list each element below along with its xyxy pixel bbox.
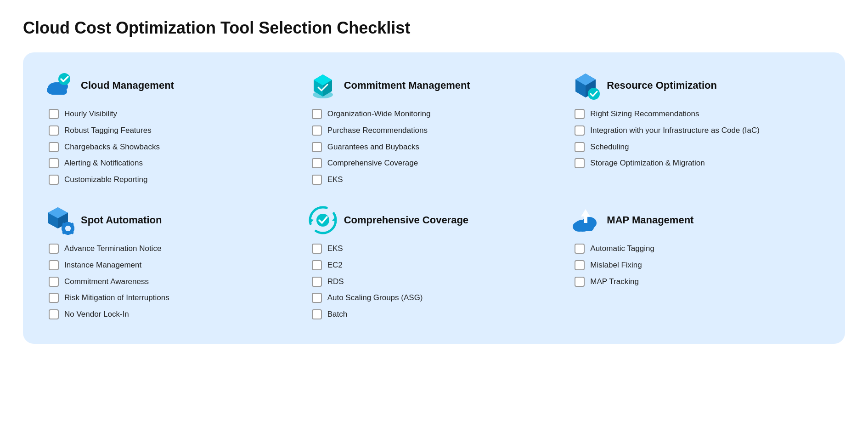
checklist-items-cloud-management: Hourly Visibility Robust Tagging Feature… [45, 108, 297, 185]
svg-point-29 [65, 226, 71, 231]
checkbox[interactable] [49, 125, 59, 136]
checkbox[interactable] [575, 109, 585, 119]
list-item: Storage Optimization & Migration [575, 158, 823, 169]
list-item: Commitment Awareness [49, 276, 297, 287]
map-management-icon [571, 205, 600, 235]
svg-rect-21 [67, 222, 69, 224]
checklist-items-map-management: Automatic Tagging Mislabel Fixing MAP Tr… [571, 243, 823, 287]
list-item: MAP Tracking [575, 276, 823, 287]
checkbox[interactable] [575, 142, 585, 152]
section-header-cloud-management: Cloud Management [45, 71, 297, 100]
list-item: EKS [312, 174, 560, 185]
list-item: Robust Tagging Features [49, 125, 297, 136]
checkbox[interactable] [312, 309, 322, 319]
svg-point-14 [588, 88, 600, 100]
section-spot-automation: Spot Automation Advance Termination Noti… [45, 205, 297, 325]
list-item: Right Sizing Recommendations [575, 108, 823, 120]
list-item: Organization-Wide Monitoring [312, 108, 560, 120]
section-header-resource-optimization: Resource Optimization [571, 71, 823, 100]
svg-rect-37 [575, 224, 594, 231]
checkbox[interactable] [312, 175, 322, 185]
list-item: Integration with your Infrastructure as … [575, 125, 823, 136]
list-item: Risk Mitigation of Interruptions [49, 292, 297, 303]
comprehensive-coverage-icon [308, 205, 338, 235]
checkbox[interactable] [49, 293, 59, 303]
commitment-management-icon [308, 71, 338, 100]
svg-point-33 [316, 214, 329, 227]
section-map-management: MAP Management Automatic Tagging Mislabe… [571, 205, 823, 325]
section-header-commitment-management: Commitment Management [308, 71, 560, 100]
checkbox[interactable] [312, 277, 322, 287]
checklist-container: Cloud Management Hourly Visibility Robus… [23, 52, 845, 344]
resource-optimization-icon [571, 71, 600, 100]
list-item: Auto Scaling Groups (ASG) [312, 292, 560, 303]
list-item: Purchase Recommendations [312, 125, 560, 136]
svg-rect-22 [67, 233, 69, 235]
section-comprehensive-coverage: Comprehensive Coverage EKS EC2 RDS Auto … [308, 205, 560, 325]
svg-rect-24 [72, 227, 74, 230]
list-item: Automatic Tagging [575, 243, 823, 254]
checkbox[interactable] [49, 260, 59, 270]
list-item: Hourly Visibility [49, 108, 297, 120]
list-item: RDS [312, 276, 560, 287]
section-title-spot-automation: Spot Automation [81, 214, 162, 226]
checkbox[interactable] [312, 244, 322, 254]
list-item: Scheduling [575, 142, 823, 153]
list-item: Advance Termination Notice [49, 243, 297, 254]
page-title: Cloud Cost Optimization Tool Selection C… [23, 18, 845, 38]
checkbox[interactable] [49, 244, 59, 254]
checkbox[interactable] [575, 125, 585, 136]
checkbox[interactable] [312, 109, 322, 119]
section-header-comprehensive-coverage: Comprehensive Coverage [308, 205, 560, 235]
section-commitment-management: Commitment Management Organization-Wide … [308, 71, 560, 191]
list-item: EC2 [312, 260, 560, 271]
checkbox[interactable] [49, 175, 59, 185]
section-title-map-management: MAP Management [607, 214, 693, 226]
checklist-items-resource-optimization: Right Sizing Recommendations Integration… [571, 108, 823, 169]
list-item: Guarantees and Buybacks [312, 142, 560, 153]
list-item: Comprehensive Coverage [312, 158, 560, 169]
list-item: Instance Management [49, 260, 297, 271]
checkbox[interactable] [49, 158, 59, 168]
checkbox[interactable] [312, 293, 322, 303]
spot-automation-icon [45, 205, 74, 235]
checkbox[interactable] [575, 260, 585, 270]
svg-point-4 [58, 73, 70, 85]
svg-rect-3 [50, 88, 67, 95]
list-item: Batch [312, 309, 560, 320]
section-resource-optimization: Resource Optimization Right Sizing Recom… [571, 71, 823, 191]
checkbox[interactable] [312, 125, 322, 136]
list-item: Customizable Reporting [49, 174, 297, 185]
section-title-commitment-management: Commitment Management [344, 80, 470, 91]
checkbox[interactable] [575, 244, 585, 254]
checkbox[interactable] [312, 142, 322, 152]
list-item: No Vendor Lock-In [49, 309, 297, 320]
section-title-comprehensive-coverage: Comprehensive Coverage [344, 214, 468, 226]
checklist-items-spot-automation: Advance Termination Notice Instance Mana… [45, 243, 297, 320]
section-header-map-management: MAP Management [571, 205, 823, 235]
list-item: Chargebacks & Showbacks [49, 142, 297, 153]
checkbox[interactable] [49, 309, 59, 319]
svg-rect-23 [62, 227, 64, 230]
section-header-spot-automation: Spot Automation [45, 205, 297, 235]
checkbox[interactable] [312, 260, 322, 270]
list-item: EKS [312, 243, 560, 254]
cloud-management-icon [45, 71, 74, 100]
section-title-resource-optimization: Resource Optimization [607, 80, 717, 91]
checkbox[interactable] [49, 277, 59, 287]
checkbox[interactable] [575, 158, 585, 168]
checkbox[interactable] [575, 277, 585, 287]
checklist-items-comprehensive-coverage: EKS EC2 RDS Auto Scaling Groups (ASG) Ba… [308, 243, 560, 320]
list-item: Mislabel Fixing [575, 260, 823, 271]
checkbox[interactable] [49, 142, 59, 152]
section-title-cloud-management: Cloud Management [81, 80, 174, 91]
section-cloud-management: Cloud Management Hourly Visibility Robus… [45, 71, 297, 191]
checkbox[interactable] [312, 158, 322, 168]
list-item: Alerting & Notifications [49, 158, 297, 169]
checkbox[interactable] [49, 109, 59, 119]
checklist-items-commitment-management: Organization-Wide Monitoring Purchase Re… [308, 108, 560, 185]
